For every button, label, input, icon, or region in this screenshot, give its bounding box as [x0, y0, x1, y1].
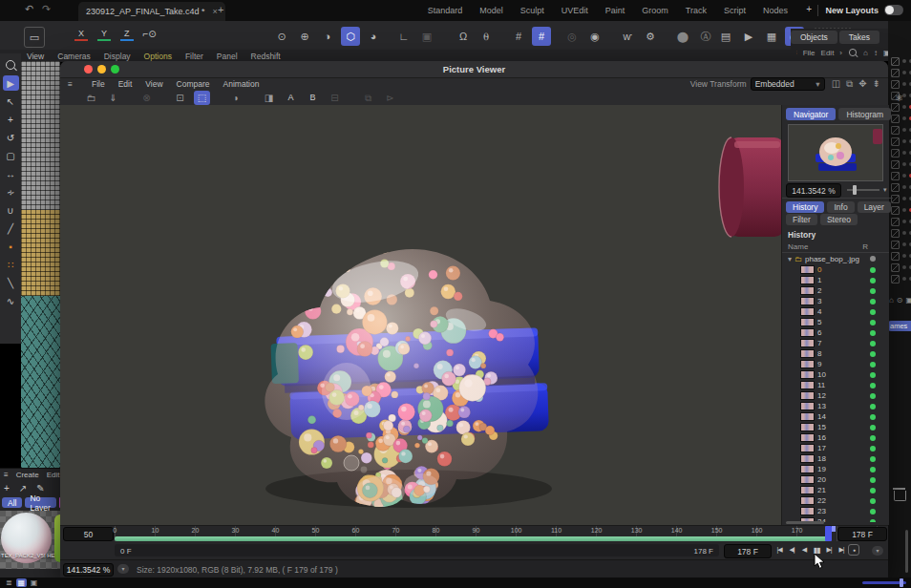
layer-dot[interactable]: [902, 197, 906, 200]
history-frame-row[interactable]: 20: [782, 474, 889, 485]
play-backward-icon[interactable]: ◀: [798, 544, 810, 556]
rs-sphere-icon[interactable]: ⬤: [673, 27, 692, 46]
dock-scrollbar[interactable]: [905, 530, 908, 573]
popout-icon[interactable]: ▣: [906, 296, 911, 304]
layout-tab[interactable]: Model: [471, 6, 512, 15]
chevron-down-icon[interactable]: ▾: [788, 255, 792, 263]
layer-dot[interactable]: [902, 151, 906, 155]
trash-icon[interactable]: [894, 491, 906, 501]
layer-toggle-icon[interactable]: [891, 57, 900, 66]
dock-layer-row[interactable]: [888, 113, 911, 124]
dock-layer-row[interactable]: [888, 181, 911, 193]
frame-status-dot[interactable]: [870, 278, 876, 284]
history-frame-row[interactable]: 14: [782, 411, 889, 422]
frame-status-dot[interactable]: [870, 425, 876, 430]
zoom-dropdown-icon[interactable]: ▾: [883, 186, 887, 193]
dock-layer-row[interactable]: [888, 250, 911, 262]
objects-panel-tab[interactable]: Takes: [839, 31, 879, 44]
frame-status-dot[interactable]: [870, 519, 876, 523]
dock-layer-row[interactable]: [888, 227, 911, 239]
dock-layer-row[interactable]: [888, 55, 911, 67]
material-menu-create[interactable]: Create: [16, 471, 39, 479]
layer-dot[interactable]: [902, 162, 906, 166]
magnet-tool-icon[interactable]: ∻: [3, 184, 19, 200]
layer-toggle-icon[interactable]: [891, 263, 900, 272]
frame-status-dot[interactable]: [870, 362, 876, 368]
tab-history[interactable]: History: [786, 201, 824, 213]
history-frame-row[interactable]: 1: [782, 275, 889, 285]
layout-tab[interactable]: UVEdit: [553, 6, 597, 15]
layer-dot[interactable]: [902, 82, 906, 86]
home-icon[interactable]: ⌂: [889, 296, 894, 304]
frame-status-dot[interactable]: [870, 372, 876, 378]
axis-z-button[interactable]: Z: [120, 28, 134, 41]
compact-view-icon[interactable]: ▣: [31, 579, 38, 587]
list-view-icon[interactable]: ≣: [6, 579, 12, 587]
history-frame-row[interactable]: 9: [782, 359, 889, 369]
layout-tab[interactable]: Standard: [419, 6, 472, 15]
history-frame-row[interactable]: 19: [782, 464, 889, 474]
history-list[interactable]: ▾ 🗀 phase_bop_.jpg 0 1: [782, 252, 889, 522]
history-frame-row[interactable]: 22: [782, 495, 889, 506]
tab-navigator[interactable]: Navigator: [786, 108, 836, 120]
hamburger-icon[interactable]: ≡: [60, 79, 80, 89]
layout-tab[interactable]: Track: [677, 6, 715, 15]
dock-layer-row[interactable]: [888, 216, 911, 227]
tab-filter[interactable]: Filter: [786, 214, 817, 225]
history-hscrollbar[interactable]: [786, 521, 824, 524]
layout-tab[interactable]: Paint: [597, 6, 634, 15]
pv-canvas[interactable]: [60, 105, 781, 525]
vp-menu-item-active[interactable]: Options: [138, 52, 179, 61]
layer-dot[interactable]: [902, 116, 906, 120]
layer-dot[interactable]: [902, 185, 906, 189]
open-material-icon[interactable]: ↗: [19, 483, 27, 494]
layer-dot[interactable]: [902, 128, 906, 132]
go-end-icon[interactable]: ▶|: [836, 544, 847, 556]
layer-toggle-icon[interactable]: [891, 115, 900, 123]
sphere-half-icon[interactable]: ◑: [318, 27, 337, 46]
frame-status-dot[interactable]: [870, 404, 876, 410]
filter-nolayer-pill[interactable]: No Layer: [25, 497, 55, 508]
frame-status-dot[interactable]: [870, 330, 876, 336]
ab-swap-icon[interactable]: ◨: [261, 91, 277, 105]
history-frame-row[interactable]: 4: [782, 306, 889, 317]
add-material-icon[interactable]: +: [4, 483, 10, 494]
new-layouts-label[interactable]: New Layouts: [825, 6, 879, 15]
uv-gizmo-icon[interactable]: ⍬: [477, 27, 496, 46]
dock-layer-row[interactable]: [888, 67, 911, 78]
frame-image-icon[interactable]: ⊡: [172, 91, 188, 105]
timeline-range-bar[interactable]: [115, 536, 829, 541]
dock-layer-row[interactable]: [888, 78, 911, 90]
history-frame-row[interactable]: 21: [782, 485, 889, 495]
layer-toggle-icon[interactable]: [891, 149, 900, 158]
tab-histogram[interactable]: Histogram: [838, 108, 891, 120]
prev-frame-icon[interactable]: ◀|: [786, 544, 797, 556]
frame-status-dot[interactable]: [870, 435, 876, 441]
live-selection-icon[interactable]: ▶: [3, 75, 19, 91]
history-col-r[interactable]: R: [862, 242, 868, 251]
frame-status-dot[interactable]: [870, 456, 876, 462]
document-tab[interactable]: 230912_AP_FINAL_Take.c4d * ×: [78, 2, 225, 21]
partial-button[interactable]: ames: [888, 321, 911, 331]
layer-toggle-icon[interactable]: [891, 137, 900, 146]
grid-active-icon[interactable]: #: [532, 27, 551, 46]
objects-panel-tab[interactable]: Objects: [791, 31, 837, 44]
layer-toggle-icon[interactable]: [891, 183, 900, 192]
filter-icon[interactable]: ↕: [874, 49, 878, 57]
history-folder-row[interactable]: ▾ 🗀 phase_bop_.jpg: [782, 253, 889, 264]
eyedropper-icon[interactable]: ✎: [36, 483, 44, 494]
target-icon[interactable]: ⊙: [897, 296, 903, 304]
layout-tab[interactable]: Script: [715, 6, 754, 15]
history-frame-row[interactable]: 23: [782, 506, 889, 516]
history-frame-row[interactable]: 11: [782, 380, 889, 390]
frame-status-dot[interactable]: [870, 267, 876, 273]
dock-layer-row[interactable]: [888, 273, 911, 284]
pv-menu-item[interactable]: Compare: [177, 79, 223, 89]
archive-icon[interactable]: ▭: [24, 27, 45, 48]
render-view-icon[interactable]: ⊙: [272, 27, 291, 46]
history-frame-row[interactable]: 0: [782, 264, 889, 275]
navigator-zoom-field[interactable]: 141.3542 %: [786, 183, 841, 198]
dock-layer-row[interactable]: [888, 158, 911, 170]
history-frame-row[interactable]: 6: [782, 327, 889, 338]
pv-menu-item[interactable]: Edit: [118, 79, 146, 89]
